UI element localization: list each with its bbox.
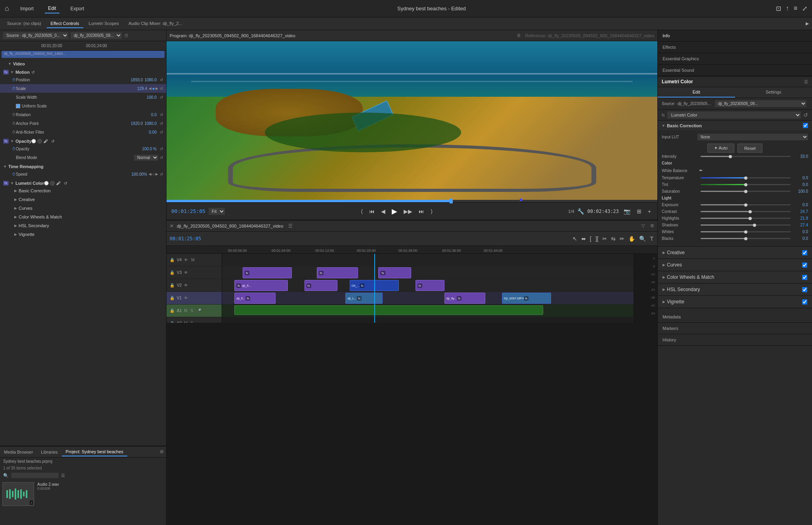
hsl-secondary-section[interactable]: ▶ HSL Secondary [658, 284, 812, 296]
project-tab[interactable]: Project: Sydney best beaches [62, 448, 128, 456]
v3-clip-2[interactable]: fx [317, 267, 358, 278]
uniform-scale-checkbox[interactable]: ✓ [16, 104, 20, 108]
color-wheels-row[interactable]: ▶ Color Wheels & Match [0, 213, 166, 221]
anchor-keyframe-icon[interactable]: ⏱ [12, 121, 16, 126]
antiflicker-keyframe-icon[interactable]: ⏱ [12, 130, 16, 134]
info-item[interactable]: Info [658, 30, 812, 42]
prev-frame-btn[interactable]: ◀ [379, 207, 387, 215]
rotation-value[interactable]: 0.0 [151, 113, 157, 117]
position-y-value[interactable]: 1080.0 [144, 78, 157, 82]
lock-v4[interactable]: 🔒 [169, 257, 175, 262]
white-balance-picker-icon[interactable]: ✒ [699, 168, 703, 173]
color-wheels-enable[interactable] [802, 275, 807, 280]
shadows-slider[interactable] [701, 224, 791, 226]
opacity-header[interactable]: fx ▼ Opacity 🖌 ↺ [0, 138, 166, 144]
lock-a2[interactable]: 🔒 [169, 321, 175, 323]
step-back-btn[interactable]: ⏮ [368, 207, 376, 215]
fit-select[interactable]: Fit [209, 208, 225, 215]
position-keyframe-icon[interactable]: ⏱ [12, 78, 16, 82]
mic-a1[interactable]: 🎤 [195, 308, 202, 313]
timeline-menu-icon[interactable]: ☰ [288, 223, 293, 229]
source-tab[interactable]: Source: (no clips) [3, 19, 45, 28]
eye-v2[interactable]: 👁 [183, 283, 189, 288]
filter-icon[interactable]: ▽ [642, 223, 645, 228]
settings-wrench-icon[interactable]: 🔧 [577, 208, 584, 215]
fullscreen-icon[interactable]: ⤢ [802, 5, 807, 12]
lock-v1[interactable]: 🔒 [169, 295, 175, 301]
pen-tool[interactable]: ✏ [619, 235, 625, 243]
edit-tab[interactable]: Edit [658, 87, 735, 98]
speed-next[interactable]: ▶ [155, 172, 158, 176]
a1-clip-1[interactable] [234, 305, 543, 315]
vignette-section[interactable]: ▶ Vignette [658, 296, 812, 308]
ripple-edit-tool[interactable]: [ [589, 235, 592, 243]
anchor-y-value[interactable]: 1080.0 [144, 121, 157, 126]
contrast-slider[interactable] [701, 211, 791, 212]
minimize-icon[interactable]: ⊡ [776, 5, 781, 12]
anchor-x-value[interactable]: 1920.0 [131, 121, 143, 126]
search-input[interactable] [11, 473, 59, 478]
audio-thumbnail[interactable]: ♪ [2, 482, 34, 506]
mark-in-btn[interactable]: ⟨ [359, 207, 364, 215]
more-panels-arrow[interactable]: ▶ [806, 21, 809, 26]
home-icon[interactable]: ⌂ [5, 4, 9, 13]
history-item[interactable]: History [658, 334, 812, 346]
m-a1[interactable]: M [183, 308, 188, 313]
lumetri-menu-icon[interactable]: ☰ [804, 79, 808, 84]
auto-btn[interactable]: ✦ Auto [707, 144, 734, 153]
basic-correction-row[interactable]: ▶ Basic Correction [0, 186, 166, 195]
blend-mode-select[interactable]: Normal [134, 155, 158, 161]
position-x-value[interactable]: 1893.0 [131, 78, 143, 82]
eye-v3[interactable]: 👁 [183, 270, 189, 275]
settings-timeline-icon[interactable]: ⚙ [650, 223, 654, 228]
lock-a1[interactable]: 🔒 [169, 308, 175, 313]
media-browser-tab[interactable]: Media Browser [0, 448, 37, 456]
basic-correction-enable[interactable] [803, 123, 808, 128]
audio-clip-mixer-tab[interactable]: Audio Clip Mixer: dji_fly_2... [124, 19, 186, 28]
essential-graphics-item[interactable]: Essential Graphics [658, 53, 812, 65]
curves-section[interactable]: ▶ Curves [658, 259, 812, 271]
v3-clip-1[interactable]: fx [243, 267, 292, 278]
whites-slider[interactable] [701, 231, 791, 232]
scale-width-reset[interactable]: ↺ [160, 95, 163, 100]
mark-out-btn[interactable]: ⟩ [429, 207, 434, 215]
blacks-slider[interactable] [701, 238, 791, 239]
vignette-enable[interactable] [802, 299, 807, 305]
next-keyframe-icon[interactable]: ▶ [155, 86, 158, 90]
temperature-slider[interactable] [701, 177, 791, 178]
selection-tool[interactable]: ↖ [572, 235, 578, 243]
s-a2[interactable]: S [190, 321, 194, 323]
m-a2[interactable]: M [183, 321, 188, 323]
opacity-keyframe-icon[interactable]: ⏱ [12, 147, 16, 151]
markers-item[interactable]: Markers [658, 323, 812, 334]
anchor-reset[interactable]: ↺ [160, 121, 163, 126]
track-select-tool[interactable]: ⬌ [580, 235, 587, 243]
edit-menu[interactable]: Edit [45, 4, 59, 13]
export-frame-btn[interactable]: ⊞ [635, 207, 643, 215]
speed-prev[interactable]: ◀ [149, 172, 151, 176]
libraries-tab[interactable]: Libraries [37, 448, 61, 456]
opacity-reset[interactable]: ↺ [51, 139, 54, 144]
play-btn[interactable]: ▶ [390, 206, 399, 217]
anti-flicker-reset[interactable]: ↺ [160, 130, 163, 134]
anti-flicker-value[interactable]: 0.00 [149, 130, 157, 134]
razor-tool[interactable]: ✂ [601, 235, 608, 243]
speed-add[interactable]: ◇ [152, 172, 155, 176]
scale-width-value[interactable]: 100.0 [147, 95, 157, 100]
playhead-marker[interactable] [450, 199, 453, 203]
import-menu[interactable]: Import [17, 4, 37, 13]
list-view-icon[interactable]: ☰ [61, 473, 65, 478]
time-remapping-header[interactable]: ▼ Time Remapping [0, 163, 166, 170]
fx-dropdown[interactable]: Lumetri Color [667, 111, 801, 119]
lumetri-clip-selector[interactable]: dji_fly_20230505_09... [715, 100, 806, 107]
zoom-tool[interactable]: 🔍 [638, 235, 647, 243]
fx-reset-btn[interactable]: ↺ [803, 112, 808, 118]
camera-btn[interactable]: 📷 [622, 207, 632, 215]
exposure-slider[interactable] [701, 204, 791, 205]
v1-clip-3[interactable]: dji_fly... fx [444, 293, 486, 304]
motion-reset[interactable]: ↺ [31, 70, 34, 75]
v1-clip-2[interactable]: dji_L... fx [345, 293, 382, 304]
v1-clip-1[interactable]: dji_fl... fx [234, 293, 276, 304]
prev-keyframe-icon[interactable]: ◀ [149, 86, 151, 90]
intensity-slider[interactable] [701, 156, 791, 157]
